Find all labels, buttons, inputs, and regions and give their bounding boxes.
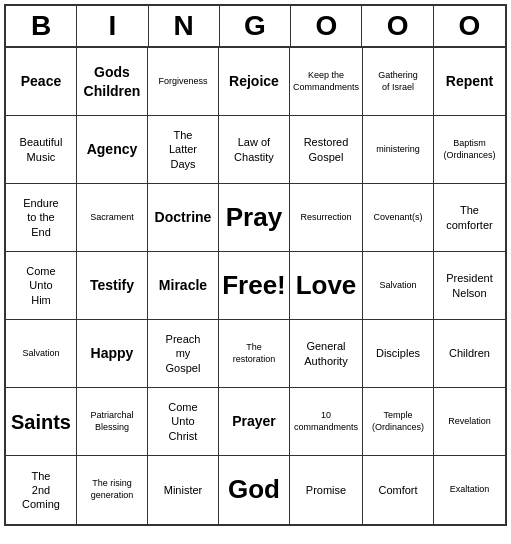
cell-r2-c3: Pray [219,184,290,252]
header-cell-n2: N [149,6,220,46]
cell-r5-c1: Patriarchal Blessing [77,388,148,456]
cell-r1-c2: The Latter Days [148,116,219,184]
cell-text-r0-c3: Rejoice [229,72,279,90]
cell-r4-c2: Preach my Gospel [148,320,219,388]
cell-text-r5-c2: Come Unto Christ [168,400,197,443]
cell-text-r3-c2: Miracle [159,276,207,294]
cell-r3-c4: Love [290,252,363,320]
cell-r0-c4: Keep the Commandments [290,48,363,116]
cell-text-r4-c4: General Authority [304,339,347,368]
cell-r1-c3: Law of Chastity [219,116,290,184]
header-cell-i1: I [77,6,148,46]
bingo-card: BINGOOO PeaceGods ChildrenForgivenessRej… [4,4,507,526]
cell-text-r4-c6: Children [449,346,490,360]
cell-r4-c4: General Authority [290,320,363,388]
cell-r2-c1: Sacrament [77,184,148,252]
cell-text-r5-c3: Prayer [232,412,276,430]
cell-text-r6-c5: Comfort [378,483,417,497]
cell-r3-c2: Miracle [148,252,219,320]
cell-text-r5-c6: Revelation [448,416,491,428]
cell-r1-c1: Agency [77,116,148,184]
cell-r0-c0: Peace [6,48,77,116]
cell-text-r6-c1: The rising generation [91,478,134,501]
header-cell-b0: B [6,6,77,46]
cell-r4-c6: Children [434,320,505,388]
cell-r5-c3: Prayer [219,388,290,456]
cell-text-r0-c4: Keep the Commandments [293,70,359,93]
cell-text-r5-c1: Patriarchal Blessing [90,410,133,433]
cell-text-r6-c6: Exaltation [450,484,490,496]
cell-text-r4-c1: Happy [91,344,134,362]
cell-text-r4-c2: Preach my Gospel [166,332,201,375]
cell-text-r2-c1: Sacrament [90,212,134,224]
cell-r4-c5: Disciples [363,320,434,388]
cell-text-r1-c4: Restored Gospel [304,135,349,164]
cell-r3-c6: President Nelson [434,252,505,320]
cell-text-r3-c6: President Nelson [446,271,492,300]
cell-text-r6-c4: Promise [306,483,346,497]
cell-text-r2-c4: Resurrection [300,212,351,224]
cell-r6-c0: The 2nd Coming [6,456,77,524]
cell-text-r3-c4: Love [296,269,357,303]
cell-text-r6-c0: The 2nd Coming [22,469,60,512]
cell-r6-c2: Minister [148,456,219,524]
cell-r6-c4: Promise [290,456,363,524]
cell-text-r4-c5: Disciples [376,346,420,360]
cell-r5-c4: 10 commandments [290,388,363,456]
cell-r2-c5: Covenant(s) [363,184,434,252]
cell-r3-c3: Free! [219,252,290,320]
cell-text-r3-c3: Free! [222,269,286,303]
cell-text-r1-c3: Law of Chastity [234,135,274,164]
cell-r5-c6: Revelation [434,388,505,456]
cell-r0-c1: Gods Children [77,48,148,116]
cell-text-r0-c1: Gods Children [84,63,141,99]
header-row: BINGOOO [6,6,505,48]
cell-text-r4-c3: The restoration [233,342,276,365]
cell-text-r0-c6: Repent [446,72,493,90]
cell-r3-c5: Salvation [363,252,434,320]
cell-text-r6-c3: God [228,473,280,507]
cell-r6-c1: The rising generation [77,456,148,524]
cell-r2-c4: Resurrection [290,184,363,252]
cell-text-r1-c5: ministering [376,144,420,156]
cell-text-r0-c0: Peace [21,72,61,90]
cell-text-r2-c3: Pray [226,201,282,235]
cell-r0-c6: Repent [434,48,505,116]
cell-text-r2-c6: The comforter [446,203,492,232]
cell-r6-c5: Comfort [363,456,434,524]
cell-r0-c5: Gathering of Israel [363,48,434,116]
cell-r1-c4: Restored Gospel [290,116,363,184]
cell-text-r5-c5: Temple (Ordinances) [372,410,424,433]
cell-r5-c2: Come Unto Christ [148,388,219,456]
cell-r4-c0: Salvation [6,320,77,388]
cell-text-r2-c2: Doctrine [155,208,212,226]
cell-r1-c6: Baptism (Ordinances) [434,116,505,184]
cell-r4-c1: Happy [77,320,148,388]
cell-text-r2-c0: Endure to the End [23,196,58,239]
cell-text-r1-c2: The Latter Days [169,128,197,171]
cell-text-r1-c6: Baptism (Ordinances) [443,138,495,161]
cell-text-r5-c0: Saints [11,409,71,435]
cell-text-r2-c5: Covenant(s) [373,212,422,224]
cell-r5-c0: Saints [6,388,77,456]
header-cell-o4: O [291,6,362,46]
cell-text-r4-c0: Salvation [22,348,59,360]
cell-text-r5-c4: 10 commandments [294,410,358,433]
header-cell-o6: O [434,6,505,46]
cell-r0-c2: Forgiveness [148,48,219,116]
cell-r1-c5: ministering [363,116,434,184]
bingo-grid: PeaceGods ChildrenForgivenessRejoiceKeep… [6,48,505,524]
cell-r4-c3: The restoration [219,320,290,388]
cell-r1-c0: Beautiful Music [6,116,77,184]
header-cell-o5: O [362,6,433,46]
cell-text-r0-c2: Forgiveness [158,76,207,88]
header-cell-g3: G [220,6,291,46]
cell-r2-c6: The comforter [434,184,505,252]
cell-r5-c5: Temple (Ordinances) [363,388,434,456]
cell-text-r3-c1: Testify [90,276,134,294]
cell-text-r1-c1: Agency [87,140,138,158]
cell-r2-c0: Endure to the End [6,184,77,252]
cell-text-r3-c5: Salvation [379,280,416,292]
cell-r2-c2: Doctrine [148,184,219,252]
cell-r3-c0: Come Unto Him [6,252,77,320]
